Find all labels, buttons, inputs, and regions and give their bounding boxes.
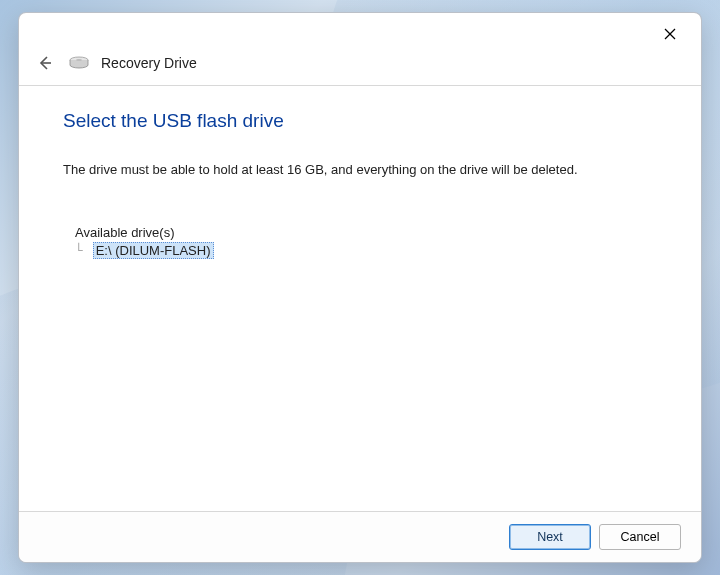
cancel-button[interactable]: Cancel — [599, 524, 681, 550]
instruction-text: The drive must be able to hold at least … — [63, 162, 657, 177]
wizard-header: Recovery Drive — [19, 51, 701, 86]
titlebar — [19, 13, 701, 51]
available-drives-label: Available drive(s) — [63, 225, 657, 240]
close-button[interactable] — [649, 19, 691, 49]
svg-point-4 — [76, 59, 82, 61]
wizard-title: Recovery Drive — [101, 55, 197, 71]
close-icon — [664, 28, 676, 40]
back-button[interactable] — [33, 51, 57, 75]
page-heading: Select the USB flash drive — [63, 110, 657, 132]
tree-connector-icon: └ — [75, 243, 91, 258]
back-arrow-icon — [37, 55, 53, 71]
list-item[interactable]: └ E:\ (DILUM-FLASH) — [75, 242, 657, 259]
drive-icon — [69, 56, 89, 70]
next-button[interactable]: Next — [509, 524, 591, 550]
drive-entry[interactable]: E:\ (DILUM-FLASH) — [93, 242, 214, 259]
recovery-drive-wizard-window: Recovery Drive Select the USB flash driv… — [18, 12, 702, 563]
drives-tree: └ E:\ (DILUM-FLASH) — [63, 242, 657, 259]
content-area: Select the USB flash drive The drive mus… — [19, 86, 701, 511]
wizard-footer: Next Cancel — [19, 511, 701, 562]
